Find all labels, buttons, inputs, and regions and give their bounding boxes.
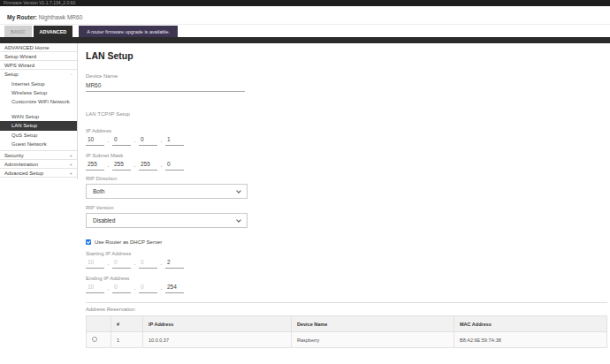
sidebar-item-label: Administration	[4, 162, 38, 167]
sidebar-item-advanced-setup[interactable]: Advanced Setup +	[0, 169, 77, 178]
column-header-mac: MAC Address	[454, 316, 607, 332]
ending-ip-octet-input[interactable]: 0	[139, 284, 157, 293]
ip-octet-input[interactable]: 0	[139, 136, 157, 146]
address-reservation-label: Address Reservation	[86, 307, 607, 312]
column-header-num: #	[111, 316, 143, 332]
sidebar-item-internet-setup[interactable]: Internet Setup	[0, 80, 77, 88]
row-radio-cell	[87, 332, 111, 348]
tab-bar: BASIC ADVANCED A router firmware upgrade…	[4, 26, 178, 37]
subnet-octet-input[interactable]: 255	[112, 161, 131, 171]
sidebar-item-administration[interactable]: Administration +	[0, 160, 77, 169]
expand-icon[interactable]: +	[69, 169, 72, 178]
starting-ip-octet-input[interactable]: 0	[112, 259, 131, 269]
row-mac-cell: B8:A2:6E:59:7A:38	[454, 332, 607, 348]
sidebar-item-label: Setup	[4, 72, 19, 77]
octet-separator: .	[157, 162, 165, 171]
table-header-row: # IP Address Device Name MAC Address	[87, 316, 607, 332]
rip-version-select[interactable]: Disabled	[86, 213, 248, 228]
sidebar-item-setup-wizard[interactable]: Setup Wizard	[0, 52, 77, 61]
rip-version-value: Disabled	[93, 217, 115, 224]
octet-separator: .	[157, 260, 165, 269]
rip-direction-select[interactable]: Both	[86, 184, 248, 199]
firmware-version-bar: Firmware Version V1.1.7.134_2.0.60	[0, 0, 610, 6]
table-row: 1 10.0.0.37 Raspberry B8:A2:6E:59:7A:38	[87, 332, 607, 348]
ip-octet-input[interactable]: 0	[112, 136, 131, 146]
starting-ip-label: Starting IP Address	[86, 251, 607, 256]
device-name-label: Device Name	[86, 73, 607, 79]
my-router-value: Nighthawk MR60	[39, 14, 83, 20]
subnet-mask-octets: 255.255.255.0	[86, 161, 607, 171]
subnet-octet-input[interactable]: 0	[165, 161, 184, 171]
starting-ip-octet-input[interactable]: 10	[86, 259, 104, 269]
sidebar-item-advanced-home[interactable]: ADVANCED Home	[0, 43, 77, 52]
starting-ip-octet-input[interactable]: 0	[139, 259, 157, 269]
sidebar-item-setup[interactable]: Setup -	[0, 70, 77, 79]
sidebar-item-wps-wizard[interactable]: WPS Wizard	[0, 61, 77, 70]
ending-ip-octet-input[interactable]: 254	[165, 284, 184, 293]
sidebar: ADVANCED Home Setup Wizard WPS Wizard Se…	[0, 43, 78, 179]
ip-octet-input[interactable]: 1	[165, 136, 184, 146]
sidebar-item-wireless-setup[interactable]: Wireless Setup	[0, 88, 77, 97]
sidebar-item-guest-network[interactable]: Guest Network	[0, 140, 77, 148]
row-ip-cell: 10.0.0.37	[143, 332, 292, 348]
sidebar-item-security[interactable]: Security +	[0, 151, 77, 160]
dark-nav-bar	[0, 37, 610, 43]
expand-icon[interactable]: +	[69, 151, 72, 160]
rip-direction-value: Both	[93, 188, 104, 194]
octet-separator: .	[104, 284, 112, 293]
my-router-line: My Router: Nighthawk MR60	[7, 14, 82, 20]
rip-version-label: RIP Version	[86, 205, 607, 210]
column-header-ip: IP Address	[143, 316, 292, 332]
ip-octet-input[interactable]: 10	[86, 136, 104, 146]
lan-tcpip-section-label: LAN TCP/IP Setup	[86, 111, 607, 117]
ending-ip-label: Ending IP Address	[86, 276, 607, 281]
firmware-version-text: Firmware Version V1.1.7.134_2.0.60	[4, 0, 75, 5]
radio-button[interactable]	[92, 337, 97, 342]
tab-basic[interactable]: BASIC	[4, 26, 32, 37]
dhcp-checkbox[interactable]	[86, 239, 91, 245]
column-header-device: Device Name	[292, 316, 454, 332]
page-title: LAN Setup	[86, 50, 607, 61]
chevron-down-icon	[236, 188, 241, 193]
octet-separator: .	[104, 137, 112, 146]
octet-separator: .	[157, 284, 165, 293]
ending-ip-octets: 10.0.0.254	[86, 284, 607, 293]
octet-separator: .	[104, 260, 112, 269]
chevron-down-icon	[236, 217, 241, 223]
address-reservation-table: # IP Address Device Name MAC Address 1 1…	[86, 315, 607, 348]
expand-icon[interactable]: +	[69, 160, 72, 169]
main-content: LAN Setup Device Name MR60 LAN TCP/IP Se…	[86, 43, 607, 348]
sidebar-item-wan-setup[interactable]: WAN Setup	[0, 112, 77, 121]
header-divider	[0, 24, 610, 25]
sidebar-item-label: Advanced Setup	[4, 171, 43, 176]
octet-separator: .	[104, 162, 112, 171]
subnet-octet-input[interactable]: 255	[86, 161, 104, 171]
octet-separator: .	[157, 137, 165, 146]
router-admin-page: Firmware Version V1.1.7.134_2.0.60 My Ro…	[0, 0, 610, 364]
sidebar-item-qos-setup[interactable]: QoS Setup	[0, 131, 77, 140]
section-divider	[86, 302, 607, 303]
sidebar-item-lan-setup[interactable]: LAN Setup	[0, 121, 77, 131]
row-num-cell: 1	[111, 332, 143, 348]
ending-ip-octet-input[interactable]: 0	[112, 284, 131, 293]
firmware-upgrade-button[interactable]: A router firmware upgrade is available.	[79, 26, 178, 37]
radio-column-header	[87, 316, 111, 332]
dhcp-server-row: Use Router as DHCP Server	[86, 239, 607, 245]
octet-separator: .	[131, 284, 139, 293]
sidebar-item-customize-wifi-network[interactable]: Customize WiFi Network	[0, 97, 77, 112]
sidebar-item-label: Security	[4, 153, 24, 158]
device-name-input[interactable]: MR60	[86, 82, 245, 92]
collapse-icon[interactable]: -	[71, 70, 72, 79]
octet-separator: .	[131, 162, 139, 171]
starting-ip-octet-input[interactable]: 2	[165, 259, 184, 269]
subnet-octet-input[interactable]: 255	[139, 161, 157, 171]
ending-ip-octet-input[interactable]: 10	[86, 284, 104, 293]
row-device-cell: Raspberry	[292, 332, 454, 348]
ip-address-octets: 10.0.0.1	[86, 136, 607, 146]
dhcp-checkbox-label: Use Router as DHCP Server	[95, 239, 162, 245]
rip-direction-label: RIP Direction	[86, 176, 607, 181]
setup-submenu: Internet Setup Wireless Setup Customize …	[0, 79, 77, 151]
tab-advanced[interactable]: ADVANCED	[34, 26, 73, 37]
octet-separator: .	[131, 260, 139, 269]
octet-separator: .	[131, 137, 139, 146]
